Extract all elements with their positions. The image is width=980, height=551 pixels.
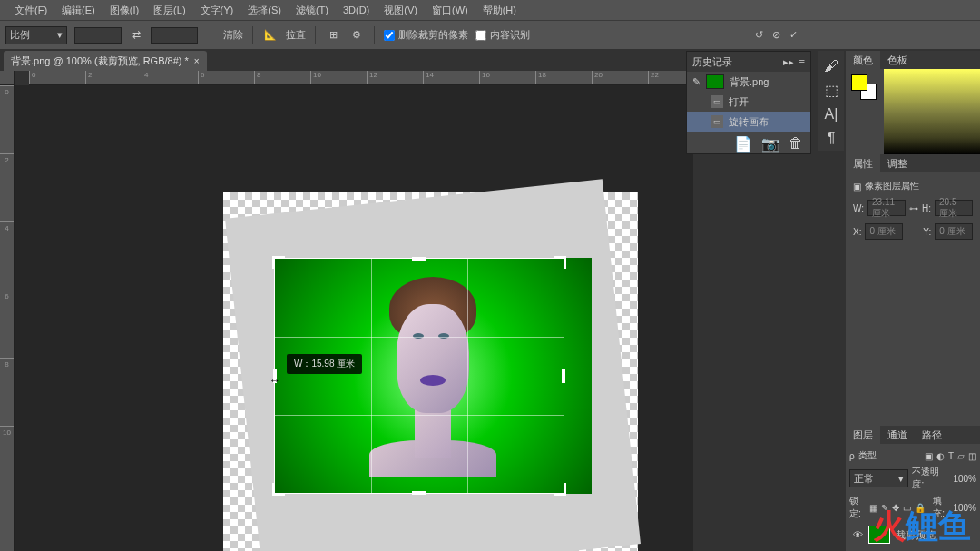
menu-type[interactable]: 文字(Y) [193, 0, 241, 21]
opacity-label: 不透明度: [912, 466, 949, 491]
color-panel-tabs: 颜色 色板 [846, 51, 980, 69]
history-tab[interactable]: 历史记录 [692, 55, 732, 69]
content-aware-checkbox[interactable]: 内容识别 [475, 28, 530, 42]
menu-select[interactable]: 选择(S) [240, 0, 289, 21]
properties-panel-tabs: 属性 调整 [846, 154, 980, 172]
foreground-background-swatch[interactable] [851, 74, 878, 102]
filter-shape-icon[interactable]: ▱ [957, 451, 965, 461]
layers-panel-tabs: 图层 通道 路径 [846, 426, 980, 444]
y-label: Y: [923, 227, 931, 237]
straighten-label: 拉直 [286, 28, 306, 42]
options-bar: 比例▾ ⇄ 清除 📐 拉直 ⊞ ⚙ 删除裁剪的像素 内容识别 ↺ ⊘ ✓ [0, 20, 980, 49]
overlay-grid-icon[interactable]: ⊞ [325, 27, 341, 44]
delete-cropped-checkbox[interactable]: 删除裁剪的像素 [384, 28, 468, 42]
height-field[interactable]: 20.5 厘米 [935, 200, 973, 216]
straighten-icon[interactable]: 📐 [262, 27, 279, 44]
height-label: H: [922, 203, 931, 213]
clone-panel-icon[interactable]: ⬚ [825, 82, 838, 99]
properties-tab[interactable]: 属性 [846, 154, 880, 172]
history-step[interactable]: ▭ 打开 [687, 92, 810, 112]
divider [315, 26, 316, 44]
aspect-ratio-dropdown[interactable]: 比例▾ [5, 26, 67, 44]
rotate-step-icon: ▭ [710, 115, 723, 128]
filter-adjust-icon[interactable]: ◐ [936, 451, 945, 461]
menu-image[interactable]: 图像(I) [103, 0, 146, 21]
opacity-value[interactable]: 100% [953, 474, 976, 484]
history-source-row[interactable]: ✎ 背景.png [687, 72, 810, 92]
divider [374, 26, 375, 44]
brush-source-icon: ✎ [692, 76, 701, 88]
character-panel-icon[interactable]: A| [825, 106, 838, 123]
menu-window[interactable]: 窗口(W) [425, 0, 475, 21]
reset-crop-icon[interactable]: ↺ [755, 29, 763, 41]
crop-marquee[interactable] [274, 258, 564, 494]
resize-cursor-icon: ↔ [270, 374, 280, 387]
y-field[interactable]: 0 厘米 [935, 223, 973, 240]
menu-edit[interactable]: 编辑(E) [54, 0, 103, 21]
filter-type-label: ρ [849, 451, 855, 461]
filter-type-icon[interactable]: T [948, 451, 954, 461]
menu-view[interactable]: 视图(V) [377, 0, 425, 21]
width-label: W: [853, 203, 864, 213]
ruler-vertical[interactable]: 0246810 [0, 85, 15, 551]
document-tab[interactable]: 背景.png @ 100% (裁剪预览, RGB/8#) * × [4, 51, 207, 71]
snapshot-icon[interactable]: 📷 [761, 135, 779, 150]
brush-panel-icon[interactable]: 🖌 [824, 58, 838, 74]
visibility-eye-icon[interactable]: 👁 [853, 529, 863, 540]
blend-mode-dropdown[interactable]: 正常▾ [849, 469, 908, 487]
commit-crop-icon[interactable]: ✓ [789, 29, 798, 41]
menu-3d[interactable]: 3D(D) [336, 1, 377, 19]
menu-file[interactable]: 文件(F) [7, 0, 54, 21]
crop-height-field[interactable] [151, 27, 198, 44]
collapse-panel-icon[interactable]: ▸▸ [783, 56, 794, 68]
close-tab-icon[interactable]: × [194, 56, 200, 66]
filter-smart-icon[interactable]: ◫ [968, 451, 976, 461]
panel-menu-icon[interactable]: ≡ [799, 56, 805, 68]
crop-handle-br[interactable] [554, 483, 566, 496]
menu-layer[interactable]: 图层(L) [146, 0, 192, 21]
crop-handle-tr[interactable] [554, 256, 566, 269]
crop-width-field[interactable] [74, 27, 122, 44]
color-gradient-strip[interactable] [884, 69, 980, 154]
adjustments-tab[interactable]: 调整 [880, 154, 915, 172]
paragraph-panel-icon[interactable]: ¶ [828, 130, 836, 146]
swap-dimensions-icon[interactable]: ⇄ [129, 28, 143, 43]
x-field[interactable]: 0 厘米 [865, 223, 903, 240]
crop-handle-tl[interactable] [272, 256, 285, 269]
clear-button[interactable]: 清除 [223, 28, 243, 42]
properties-title: 像素图层属性 [865, 180, 919, 192]
dock-strip: 🖌 ⬚ A| ¶ [818, 51, 844, 151]
pixel-layer-icon: ▣ [853, 182, 861, 192]
menubar: 文件(F) 编辑(E) 图像(I) 图层(L) 文字(Y) 选择(S) 滤镜(T… [0, 0, 980, 20]
right-panel-group: 颜色 色板 属性 调整 ▣ 像素图层属性 W: 23.11 厘米 ⊶ H: 20… [846, 51, 980, 551]
divider [252, 26, 253, 44]
crop-handle-top[interactable] [412, 257, 426, 261]
history-thumbnail [706, 74, 724, 89]
crop-settings-icon[interactable]: ⚙ [348, 27, 365, 44]
menu-filter[interactable]: 滤镜(T) [289, 0, 336, 21]
history-step[interactable]: ▭ 旋转画布 [687, 112, 810, 132]
create-document-icon[interactable]: 📄 [734, 135, 752, 150]
paths-tab[interactable]: 路径 [915, 426, 949, 444]
delete-state-icon[interactable]: 🗑 [789, 135, 803, 150]
width-field[interactable]: 23.11 厘米 [867, 200, 906, 216]
crop-handle-right[interactable] [562, 369, 565, 383]
foreground-color[interactable] [851, 74, 867, 91]
filter-type-dropdown[interactable]: 类型 [858, 449, 877, 462]
menu-help[interactable]: 帮助(H) [475, 0, 524, 21]
link-dimensions-icon[interactable]: ⊶ [909, 203, 918, 213]
color-tab[interactable]: 颜色 [846, 51, 880, 69]
chevron-down-icon: ▾ [57, 29, 63, 41]
color-picker-area[interactable] [846, 69, 980, 154]
channels-tab[interactable]: 通道 [880, 426, 915, 444]
canvas[interactable]: W：15.98 厘米 ↔ [15, 85, 693, 551]
layers-tab[interactable]: 图层 [846, 426, 880, 444]
filter-image-icon[interactable]: ▣ [925, 451, 933, 461]
lock-label: 锁定: [849, 495, 866, 520]
cancel-crop-icon[interactable]: ⊘ [772, 29, 780, 41]
ruler-horizontal[interactable]: 0246810121416182022 [29, 71, 708, 85]
crop-handle-bl[interactable] [272, 483, 285, 496]
watermark-text: 火鲤鱼 [873, 505, 971, 549]
swatches-tab[interactable]: 色板 [880, 51, 915, 69]
crop-handle-bottom[interactable] [412, 491, 426, 495]
